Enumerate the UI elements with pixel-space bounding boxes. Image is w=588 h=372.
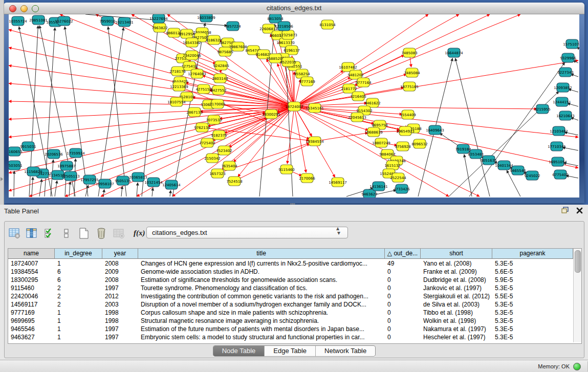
table-row[interactable]: 969969511998Structural magnetic resonanc… — [8, 317, 573, 325]
graph-node[interactable]: 2803144 — [212, 74, 228, 83]
table-cell[interactable]: 2 — [55, 284, 102, 292]
table-cell[interactable]: 1 — [55, 325, 102, 333]
table-cell[interactable]: 0 — [385, 268, 421, 276]
table-cell[interactable]: 9463627 — [8, 333, 55, 341]
table-cell[interactable]: Embryonic stem cells: a model to study s… — [138, 333, 385, 341]
table-cell[interactable]: de Silva et al. (2003) — [421, 300, 492, 309]
table-cell[interactable]: 1998 — [102, 317, 138, 325]
graph-node[interactable]: 7524518 — [226, 177, 242, 186]
table-cell[interactable]: Stergiakouli et al. (2012) — [421, 292, 492, 300]
network-canvas[interactable]: 2775107127541812764083851342542751521528… — [9, 14, 579, 198]
table-cell[interactable]: 0 — [385, 300, 421, 309]
graph-node[interactable]: 16409643 — [426, 125, 444, 135]
table-cell[interactable]: 1997 — [102, 284, 138, 292]
table-cell[interactable]: Disruption of a novel member of a sodium… — [138, 300, 385, 309]
table-row[interactable]: 1830029562008Estimation of significance … — [8, 276, 573, 284]
float-panel-icon[interactable] — [561, 207, 569, 216]
table-cell[interactable]: Structural magnetic resonance image aver… — [138, 317, 385, 325]
column-header-pagerank[interactable]: pagerank — [492, 249, 573, 259]
table-cell[interactable]: 0 — [385, 333, 421, 341]
table-cell[interactable]: 0 — [385, 325, 421, 333]
graph-node[interactable]: 6775402 — [552, 170, 568, 179]
graph-node[interactable]: 16033809 — [197, 14, 215, 22]
graph-node[interactable]: 7963822 — [151, 23, 167, 32]
table-row[interactable]: 977716911998Corpus callosum shape and si… — [8, 309, 573, 317]
delete-rows-trash-icon[interactable] — [95, 227, 108, 240]
table-cell[interactable]: 2009 — [102, 268, 138, 276]
citation-network-graph[interactable]: 2775107127541812764083851342542751521528… — [9, 14, 579, 198]
graph-node[interactable]: 16210643 — [556, 111, 575, 120]
table-cell[interactable]: 2008 — [102, 259, 138, 268]
table-cell[interactable]: Yano et al. (2008) — [421, 259, 492, 268]
graph-node[interactable]: 2170066 — [299, 173, 315, 183]
table-cell[interactable]: 5.3E-5 — [492, 300, 573, 309]
graph-node[interactable]: 2718176 — [169, 67, 186, 76]
column-header-out_de[interactable]: △ out_de... — [385, 249, 421, 259]
table-scrollbar[interactable] — [573, 249, 581, 342]
new-table-icon[interactable] — [77, 227, 91, 240]
table-cell[interactable]: 1 — [55, 333, 102, 341]
table-cell[interactable]: 5.6E-5 — [492, 268, 573, 276]
table-settings-icon[interactable] — [8, 227, 21, 240]
table-cell[interactable]: 14569117 — [8, 300, 55, 309]
delete-table-disabled-icon[interactable] — [112, 227, 125, 240]
graph-node[interactable]: 20851081 — [29, 15, 48, 25]
table-cell[interactable]: 18724007 — [8, 259, 55, 268]
table-cell[interactable]: 49 — [385, 259, 421, 268]
table-cell[interactable]: 9777169 — [8, 309, 55, 317]
network-window-titlebar[interactable]: citations_edges.txt — [4, 3, 584, 14]
table-cell[interactable]: 0 — [385, 317, 421, 325]
table-cell[interactable]: 9699695 — [8, 317, 55, 325]
graph-node[interactable]: 8096532 — [411, 139, 427, 148]
table-cell[interactable]: Genome-wide association studies in ADHD. — [138, 268, 385, 276]
graph-node[interactable]: 10213401 — [115, 17, 134, 27]
table-cell[interactable]: 1 — [55, 259, 102, 268]
graph-node[interactable]: 7523402 — [216, 146, 232, 155]
table-cell[interactable]: 5.3E-5 — [492, 325, 573, 333]
function-builder-button[interactable]: f(x) — [134, 229, 145, 237]
close-panel-icon[interactable] — [576, 207, 583, 216]
table-cell[interactable]: 5.3E-5 — [492, 317, 573, 325]
table-scrollbar-thumb[interactable] — [575, 250, 581, 273]
table-cell[interactable]: Franke et al. (2009) — [421, 268, 492, 276]
graph-node[interactable]: 2522544 — [390, 173, 406, 182]
graph-node[interactable]: 9915031 — [20, 142, 36, 151]
graph-node[interactable]: 7485084 — [404, 68, 420, 77]
graph-node[interactable]: 9465546 — [510, 166, 526, 175]
graph-node[interactable]: 8131054 — [319, 20, 336, 29]
graph-node[interactable]: 16644874 — [445, 48, 463, 57]
table-selector-dropdown[interactable]: citations_edges.txt ▾▴ — [146, 227, 348, 238]
graph-node[interactable]: 7959016 — [99, 16, 116, 26]
graph-node[interactable]: 15751074 — [563, 39, 579, 49]
graph-node[interactable]: 9777169 — [299, 77, 315, 86]
table-cell[interactable]: 1997 — [102, 325, 138, 333]
tab-network-table[interactable]: Network Table — [316, 346, 375, 356]
table-cell[interactable]: 1 — [55, 317, 102, 325]
graph-node[interactable]: 18807249 — [372, 138, 390, 147]
table-cell[interactable]: 18300295 — [8, 276, 55, 284]
graph-node[interactable]: 9227343 — [557, 68, 573, 77]
table-cell[interactable]: 5.3E-5 — [492, 309, 573, 317]
graph-node[interactable]: 8503051 — [9, 161, 23, 170]
table-cell[interactable]: Investigating the contribution of common… — [138, 292, 385, 300]
graph-node[interactable]: 15227694 — [149, 14, 168, 23]
graph-node[interactable]: 12444151 — [553, 97, 571, 106]
graph-node[interactable]: 1657323 — [209, 169, 225, 178]
apply-checks-icon[interactable] — [42, 227, 56, 240]
graph-node[interactable]: 9115460 — [278, 165, 294, 174]
table-cell[interactable]: 5.9E-5 — [492, 276, 573, 284]
table-cell[interactable]: Jankovic et al. (1997) — [421, 284, 492, 292]
table-cell[interactable]: Tourette syndrome. Phenomenology and cla… — [138, 284, 385, 292]
table-cell[interactable]: Tibbo et al. (1998) — [421, 309, 492, 317]
column-header-title[interactable]: title — [138, 249, 385, 259]
graph-node[interactable]: 1733426 — [394, 184, 410, 193]
graph-node[interactable]: 1615132 — [384, 161, 400, 170]
table-cell[interactable]: 2008 — [102, 276, 138, 284]
graph-node[interactable]: 2867133 — [186, 107, 202, 117]
table-cell[interactable]: 2003 — [102, 300, 138, 309]
graph-node[interactable]: 9756928 — [395, 142, 410, 151]
column-header-in_degree[interactable]: in_degree — [55, 249, 102, 259]
graph-node[interactable]: 7485083 — [401, 48, 417, 57]
table-cell[interactable]: 5.3E-5 — [492, 259, 573, 268]
graph-node[interactable]: 7725402 — [199, 138, 215, 147]
